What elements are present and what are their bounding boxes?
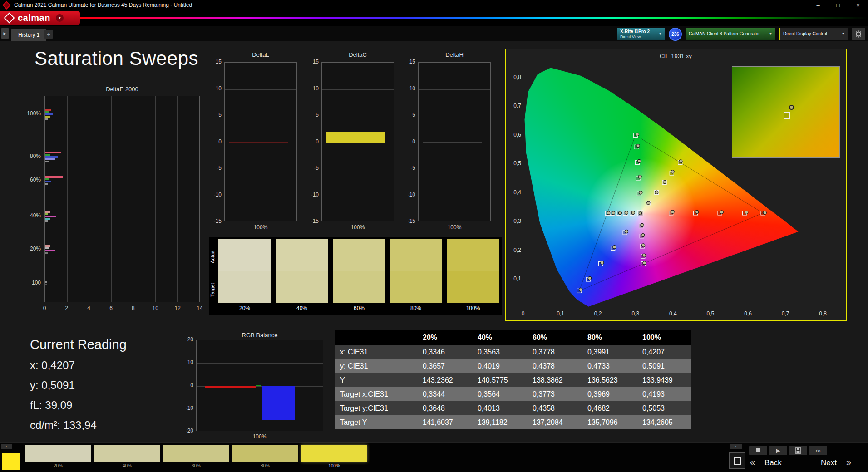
current-pattern-chip (2, 453, 20, 470)
loop-button[interactable]: ∞ (809, 446, 827, 455)
collapse-panel-button[interactable]: ▲ (1, 444, 12, 449)
table-cell: 0,4378 (526, 362, 581, 370)
pattern-source-selector[interactable]: CalMAN Client 3 Pattern Generator ▼ (686, 28, 775, 40)
deltae-bar (45, 111, 49, 113)
patch-color (25, 445, 91, 462)
deltae-bar (45, 161, 49, 162)
back-button[interactable]: Back (764, 458, 782, 467)
color-swatch (218, 239, 271, 303)
y-tick-label: -5 (398, 165, 415, 171)
cie-measured-point-cyan (612, 211, 615, 215)
table-cell: 0,3648 (416, 404, 471, 413)
pattern-window-button[interactable] (729, 452, 745, 469)
device-cluster: X-Rite i1Pro 2 Direct View ▼ 236 CalMAN … (617, 28, 865, 40)
table-cell: 0,5053 (636, 404, 691, 413)
measurement-table: 20%40%60%80%100% x: CIE310,33460,35630,3… (335, 330, 691, 429)
patch-color (94, 445, 160, 462)
deltae-bar (45, 220, 48, 222)
pattern-patch-100%[interactable]: 100% (301, 445, 367, 471)
page-title: Saturation Sweeps (35, 48, 198, 69)
cie-measured-point-magenta (641, 234, 645, 237)
next-button[interactable]: Next (821, 458, 837, 467)
gridline (225, 89, 296, 90)
workspace: Saturation Sweeps DeltaE 2000 100%80%60%… (0, 41, 868, 442)
tab-history-1[interactable]: History 1 (11, 29, 46, 41)
y-tick-label: 0,3 (507, 218, 521, 224)
meter-line2: Direct View (620, 34, 650, 39)
delta-bar (229, 142, 288, 143)
pattern-patch-40%[interactable]: 40% (94, 445, 160, 471)
table-cell: 137,2084 (526, 418, 581, 427)
deltae-bar (45, 216, 56, 217)
pattern-patch-80%[interactable]: 80% (232, 445, 298, 471)
x-tick-label: 0,4 (669, 310, 677, 317)
rgb-bar-blue (262, 386, 295, 420)
close-button[interactable]: × (848, 0, 868, 10)
gridline (322, 89, 394, 90)
y-tick-label: 0 (176, 382, 193, 388)
calman-diamond-icon (4, 12, 15, 23)
pattern-patch-20%[interactable]: 20% (25, 445, 91, 471)
meter-name: X-Rite i1Pro 2 Direct View (620, 29, 650, 39)
table-row-label: Target y:CIE31 (335, 404, 416, 413)
table-cell: 0,5091 (636, 362, 691, 370)
table-cell: 0,3969 (581, 390, 636, 398)
gridline (225, 116, 296, 116)
add-tab-button[interactable]: + (44, 30, 53, 39)
gridline (89, 96, 89, 302)
patch-color (301, 445, 367, 462)
table-cell: 138,3862 (526, 376, 581, 384)
deltae-bar (45, 250, 55, 251)
settings-button[interactable] (852, 28, 865, 40)
deltae-bar (45, 281, 47, 283)
table-cell: 135,7096 (581, 418, 636, 427)
collapse-transport-button[interactable]: ▲ (730, 444, 742, 449)
deltae-bar (45, 118, 48, 120)
meter-status-badge[interactable]: 236 (669, 28, 682, 41)
deltae-bar (45, 252, 48, 254)
rainbow-divider (68, 17, 868, 19)
table-cell: 133,9439 (636, 376, 691, 384)
pattern-patch-60%[interactable]: 60% (163, 445, 229, 471)
patch-label: 80% (232, 463, 298, 468)
x-tick-label: 4 (87, 305, 90, 311)
play-button[interactable]: ▶ (769, 446, 787, 455)
display-control-selector[interactable]: Direct Display Control ▼ (779, 28, 848, 40)
y-tick-label: 0,7 (507, 103, 521, 109)
y-tick-label: 10 (176, 359, 193, 365)
x-tick-label: 2 (65, 305, 69, 311)
tab-scroll-button[interactable]: ▶ (1, 28, 9, 39)
gridline (67, 96, 68, 302)
deltal-y-axis: 151050-5-10-15 (204, 62, 222, 221)
cie-x-axis: 00,10,20,30,40,50,60,70,8 (523, 310, 842, 318)
deltae-bar (45, 178, 49, 180)
table-cell: 141,6037 (416, 418, 471, 427)
minimize-button[interactable]: – (808, 0, 828, 10)
table-cell: 0,3563 (471, 348, 526, 356)
menu-caret-icon[interactable]: ▼ (56, 14, 64, 22)
save-button[interactable] (789, 446, 807, 455)
swatch-actual (276, 239, 328, 271)
stop-button[interactable] (749, 446, 767, 455)
maximize-button[interactable]: □ (828, 0, 848, 10)
deltae-bar (45, 154, 50, 156)
deltae2000-plot (44, 96, 200, 302)
gridline (419, 89, 490, 90)
y-tick-label: 0,2 (507, 247, 521, 253)
y-tick-label: 100% (20, 110, 41, 117)
y-tick-label: 5 (398, 112, 415, 118)
chevron-down-icon: ▼ (767, 32, 772, 36)
calman-menu-banner[interactable]: calman ▼ (0, 11, 80, 25)
y-tick-label: 10 (301, 85, 319, 92)
y-tick-label: -20 (176, 428, 193, 434)
meter-selector[interactable]: X-Rite i1Pro 2 Direct View ▼ (617, 28, 665, 40)
chevron-down-icon: ▼ (656, 32, 662, 36)
back-chevron-icon[interactable]: « (750, 457, 755, 467)
deltae-bar (45, 245, 50, 247)
table-row: Target y:CIE310,36480,40130,43580,46820,… (335, 401, 691, 415)
x-tick-label: 0,8 (819, 310, 827, 317)
next-chevron-icon[interactable]: » (846, 457, 851, 467)
y-tick-label: 5 (204, 112, 222, 118)
swatch-target (390, 271, 442, 303)
deltae-bar (45, 213, 48, 215)
